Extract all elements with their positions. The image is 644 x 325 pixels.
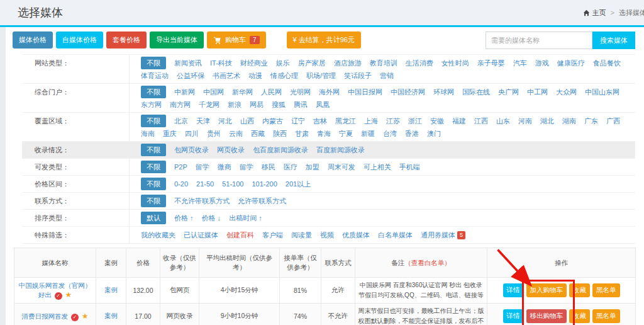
filter-option[interactable]: 湖北 [540,115,554,127]
toolbar-button[interactable]: 套餐价格 [106,31,147,48]
filter-option[interactable]: 允许带联系方式 [238,195,286,207]
filter-option[interactable]: 网易 [250,99,264,110]
filter-option[interactable]: 澳门 [427,128,441,139]
filter-option[interactable]: 创建百科 [226,229,254,241]
whitelist-link[interactable]: （查看白名单） [404,259,451,266]
cart-button[interactable]: 购物车 7 [207,31,266,48]
filter-option[interactable]: 客户端 [262,229,283,241]
filter-option[interactable]: 千龙网 [199,99,219,110]
filter-option[interactable]: 陕西 [273,128,287,139]
filter-option[interactable]: 游戏 [535,57,549,69]
filter-option[interactable]: 四川 [185,128,199,139]
filter-option[interactable]: 中国网 [203,86,224,98]
filter-option[interactable]: 不限 [141,144,166,156]
filter-option[interactable]: 健康医疗 [557,57,585,69]
filter-option[interactable]: 娱乐 [276,57,290,69]
checkout-button[interactable]: ¥ 去结算，共计96元 [287,31,361,48]
filter-option[interactable]: IT-科技 [210,57,232,69]
filter-option[interactable]: 福建 [452,115,466,127]
toolbar-button[interactable]: 导出当前媒体 [150,31,204,48]
filter-option[interactable]: 腾讯 [294,99,308,110]
filter-option[interactable]: 贵州 [207,128,221,139]
filter-option[interactable]: 南方网 [170,99,191,110]
filter-option[interactable]: 生活消费 [406,57,433,69]
filter-option[interactable]: 中国山东网 [585,86,619,98]
filter-option[interactable]: 中工网 [527,86,548,98]
favorite-button[interactable]: 收藏 [569,309,590,323]
filter-option[interactable]: 甘肃 [295,128,309,139]
filter-option[interactable]: 吉林 [313,115,327,127]
filter-option[interactable]: 不限 [141,115,166,127]
toolbar-button[interactable]: 自媒体价格 [56,31,103,48]
filter-option[interactable]: 移民 [262,161,275,173]
filter-option[interactable]: 21-50 [196,178,214,190]
filter-option[interactable]: 江苏 [386,115,400,127]
filter-option[interactable]: 书画艺术 [213,70,240,81]
detail-button[interactable]: 详情 [503,309,524,323]
filter-option[interactable]: 大众网 [556,86,577,98]
remove-from-cart-button[interactable]: 移出购物车 [526,309,567,323]
filter-option[interactable]: 人民网 [261,86,282,98]
filter-option[interactable]: 不限 [141,57,166,69]
filter-option[interactable]: 不限 [141,178,166,190]
favorite-button[interactable]: 收藏 [569,283,590,297]
filter-option[interactable]: 房产家居 [298,57,326,69]
case-link[interactable]: 案例 [104,286,118,294]
breadcrumb-home[interactable]: 主页 [583,8,606,18]
filter-option[interactable]: 山东 [496,115,510,127]
star-icon[interactable]: ★ [65,290,72,299]
filter-option[interactable]: 体育运动 [141,70,169,81]
filter-option[interactable]: 手机端 [399,161,420,173]
filter-option[interactable]: 包百度新闻源收录 [253,144,308,156]
filter-option[interactable]: 黑龙江 [335,115,356,127]
filter-option[interactable]: 台湾 [383,128,397,139]
filter-option[interactable]: 情感心理 [270,70,298,81]
filter-option[interactable]: 安徽 [430,115,444,127]
filter-option[interactable]: 优质媒体 [342,229,370,241]
filter-option[interactable]: 0-20 [174,178,188,190]
search-button[interactable]: 搜索媒体 [592,31,635,49]
filter-option[interactable]: 广东 [584,115,598,127]
filter-option[interactable]: 内蒙古 [262,115,283,127]
filter-option[interactable]: 不限 [141,86,166,98]
filter-option[interactable]: 海南 [141,128,155,139]
filter-option[interactable]: 新疆 [361,128,375,139]
filter-option[interactable]: 不限 [141,195,166,207]
filter-option[interactable]: 女性时尚 [441,57,469,69]
add-to-cart-button[interactable]: 加入购物车 [526,283,567,297]
filter-option[interactable]: 已认证媒体 [184,229,218,241]
filter-option[interactable]: 河南 [518,115,532,127]
filter-option[interactable]: P2P [174,161,187,173]
filter-option[interactable]: 201以上 [286,178,311,190]
toolbar-button[interactable]: 媒体价格 [13,31,53,48]
filter-option[interactable]: 不允许带联系方式 [174,195,230,207]
filter-option[interactable]: 职场/管理 [306,70,336,81]
filter-option[interactable]: 食品餐饮 [593,57,621,69]
filter-option[interactable]: 国际在线 [462,86,490,98]
filter-option[interactable]: 微商 [218,161,231,173]
filter-option[interactable]: 中国经济网 [391,86,425,98]
filter-option[interactable]: 笑话段子 [344,70,372,81]
filter-option[interactable]: 山西 [240,115,254,127]
star-icon[interactable]: ★ [82,312,89,321]
filter-option[interactable]: 宁夏 [339,128,353,139]
filter-option[interactable]: 广西 [606,115,620,127]
filter-option[interactable]: 百度新闻源收录 [316,144,365,156]
filter-option[interactable]: 营销 [380,70,394,81]
filter-option[interactable]: 51-100 [222,178,243,190]
filter-option[interactable]: 光明网 [290,86,311,98]
filter-option[interactable]: 通用券媒体5 [421,229,465,241]
media-name-link[interactable]: 消费日报网首发 [21,312,68,320]
filter-option[interactable]: 中国日报网 [348,86,382,98]
filter-option[interactable]: 不限 [141,161,166,173]
detail-button[interactable]: 详情 [503,283,524,297]
filter-option[interactable]: 默认 [141,212,166,224]
filter-option[interactable]: 央广网 [498,86,519,98]
filter-option[interactable]: 酒店旅游 [334,57,362,69]
filter-option[interactable]: 101-200 [252,178,277,190]
filter-option[interactable]: 重庆 [163,128,177,139]
filter-option[interactable]: 湖南 [562,115,576,127]
filter-option[interactable]: 加盟 [306,161,319,173]
filter-option[interactable]: 河北 [218,115,232,127]
filter-option[interactable]: 教育培训 [370,57,397,69]
